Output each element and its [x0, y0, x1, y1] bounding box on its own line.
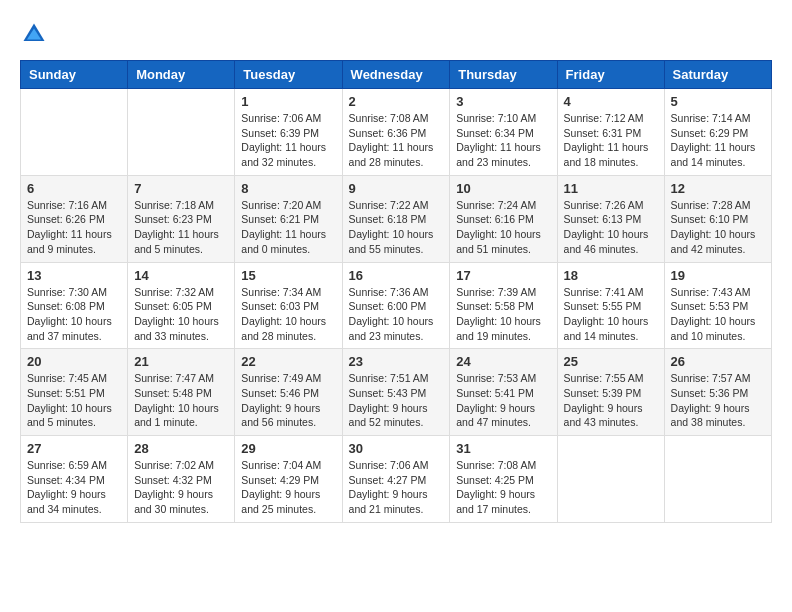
day-info: Sunrise: 7:43 AM Sunset: 5:53 PM Dayligh…	[671, 285, 765, 344]
logo-icon	[20, 20, 48, 48]
day-info: Sunrise: 7:55 AM Sunset: 5:39 PM Dayligh…	[564, 371, 658, 430]
day-info: Sunrise: 7:14 AM Sunset: 6:29 PM Dayligh…	[671, 111, 765, 170]
calendar-cell: 10Sunrise: 7:24 AM Sunset: 6:16 PM Dayli…	[450, 175, 557, 262]
day-number: 13	[27, 268, 121, 283]
calendar-cell: 13Sunrise: 7:30 AM Sunset: 6:08 PM Dayli…	[21, 262, 128, 349]
calendar-cell: 14Sunrise: 7:32 AM Sunset: 6:05 PM Dayli…	[128, 262, 235, 349]
day-info: Sunrise: 7:30 AM Sunset: 6:08 PM Dayligh…	[27, 285, 121, 344]
day-number: 28	[134, 441, 228, 456]
day-info: Sunrise: 7:02 AM Sunset: 4:32 PM Dayligh…	[134, 458, 228, 517]
day-info: Sunrise: 7:49 AM Sunset: 5:46 PM Dayligh…	[241, 371, 335, 430]
calendar-week-row: 20Sunrise: 7:45 AM Sunset: 5:51 PM Dayli…	[21, 349, 772, 436]
day-info: Sunrise: 7:45 AM Sunset: 5:51 PM Dayligh…	[27, 371, 121, 430]
day-info: Sunrise: 7:41 AM Sunset: 5:55 PM Dayligh…	[564, 285, 658, 344]
weekday-header-sunday: Sunday	[21, 61, 128, 89]
calendar-cell: 25Sunrise: 7:55 AM Sunset: 5:39 PM Dayli…	[557, 349, 664, 436]
day-number: 17	[456, 268, 550, 283]
day-number: 6	[27, 181, 121, 196]
weekday-header-tuesday: Tuesday	[235, 61, 342, 89]
day-info: Sunrise: 7:08 AM Sunset: 6:36 PM Dayligh…	[349, 111, 444, 170]
day-info: Sunrise: 7:22 AM Sunset: 6:18 PM Dayligh…	[349, 198, 444, 257]
day-info: Sunrise: 7:18 AM Sunset: 6:23 PM Dayligh…	[134, 198, 228, 257]
day-number: 9	[349, 181, 444, 196]
day-number: 16	[349, 268, 444, 283]
calendar-cell: 31Sunrise: 7:08 AM Sunset: 4:25 PM Dayli…	[450, 436, 557, 523]
calendar-cell: 1Sunrise: 7:06 AM Sunset: 6:39 PM Daylig…	[235, 89, 342, 176]
day-number: 26	[671, 354, 765, 369]
day-info: Sunrise: 7:06 AM Sunset: 6:39 PM Dayligh…	[241, 111, 335, 170]
day-info: Sunrise: 7:12 AM Sunset: 6:31 PM Dayligh…	[564, 111, 658, 170]
day-number: 11	[564, 181, 658, 196]
day-number: 2	[349, 94, 444, 109]
calendar-cell: 30Sunrise: 7:06 AM Sunset: 4:27 PM Dayli…	[342, 436, 450, 523]
day-info: Sunrise: 7:24 AM Sunset: 6:16 PM Dayligh…	[456, 198, 550, 257]
day-number: 23	[349, 354, 444, 369]
day-number: 8	[241, 181, 335, 196]
day-number: 15	[241, 268, 335, 283]
day-info: Sunrise: 7:04 AM Sunset: 4:29 PM Dayligh…	[241, 458, 335, 517]
day-number: 21	[134, 354, 228, 369]
day-info: Sunrise: 7:16 AM Sunset: 6:26 PM Dayligh…	[27, 198, 121, 257]
day-number: 7	[134, 181, 228, 196]
calendar-cell: 24Sunrise: 7:53 AM Sunset: 5:41 PM Dayli…	[450, 349, 557, 436]
calendar-cell: 19Sunrise: 7:43 AM Sunset: 5:53 PM Dayli…	[664, 262, 771, 349]
day-number: 20	[27, 354, 121, 369]
day-number: 18	[564, 268, 658, 283]
calendar-cell: 28Sunrise: 7:02 AM Sunset: 4:32 PM Dayli…	[128, 436, 235, 523]
calendar-cell: 16Sunrise: 7:36 AM Sunset: 6:00 PM Dayli…	[342, 262, 450, 349]
day-number: 14	[134, 268, 228, 283]
day-info: Sunrise: 7:34 AM Sunset: 6:03 PM Dayligh…	[241, 285, 335, 344]
calendar-week-row: 1Sunrise: 7:06 AM Sunset: 6:39 PM Daylig…	[21, 89, 772, 176]
calendar-cell: 2Sunrise: 7:08 AM Sunset: 6:36 PM Daylig…	[342, 89, 450, 176]
calendar-cell: 20Sunrise: 7:45 AM Sunset: 5:51 PM Dayli…	[21, 349, 128, 436]
day-info: Sunrise: 7:26 AM Sunset: 6:13 PM Dayligh…	[564, 198, 658, 257]
day-number: 4	[564, 94, 658, 109]
day-info: Sunrise: 7:36 AM Sunset: 6:00 PM Dayligh…	[349, 285, 444, 344]
calendar-week-row: 13Sunrise: 7:30 AM Sunset: 6:08 PM Dayli…	[21, 262, 772, 349]
calendar-cell: 22Sunrise: 7:49 AM Sunset: 5:46 PM Dayli…	[235, 349, 342, 436]
weekday-header-thursday: Thursday	[450, 61, 557, 89]
calendar-table: SundayMondayTuesdayWednesdayThursdayFrid…	[20, 60, 772, 523]
calendar-cell: 7Sunrise: 7:18 AM Sunset: 6:23 PM Daylig…	[128, 175, 235, 262]
day-number: 22	[241, 354, 335, 369]
calendar-cell: 18Sunrise: 7:41 AM Sunset: 5:55 PM Dayli…	[557, 262, 664, 349]
calendar-header-row: SundayMondayTuesdayWednesdayThursdayFrid…	[21, 61, 772, 89]
calendar-cell	[21, 89, 128, 176]
day-info: Sunrise: 7:51 AM Sunset: 5:43 PM Dayligh…	[349, 371, 444, 430]
calendar-cell: 4Sunrise: 7:12 AM Sunset: 6:31 PM Daylig…	[557, 89, 664, 176]
day-info: Sunrise: 7:39 AM Sunset: 5:58 PM Dayligh…	[456, 285, 550, 344]
calendar-cell: 8Sunrise: 7:20 AM Sunset: 6:21 PM Daylig…	[235, 175, 342, 262]
day-number: 12	[671, 181, 765, 196]
calendar-cell	[664, 436, 771, 523]
calendar-cell: 23Sunrise: 7:51 AM Sunset: 5:43 PM Dayli…	[342, 349, 450, 436]
day-number: 31	[456, 441, 550, 456]
day-number: 10	[456, 181, 550, 196]
day-info: Sunrise: 7:32 AM Sunset: 6:05 PM Dayligh…	[134, 285, 228, 344]
calendar-cell: 29Sunrise: 7:04 AM Sunset: 4:29 PM Dayli…	[235, 436, 342, 523]
day-info: Sunrise: 7:06 AM Sunset: 4:27 PM Dayligh…	[349, 458, 444, 517]
calendar-cell: 21Sunrise: 7:47 AM Sunset: 5:48 PM Dayli…	[128, 349, 235, 436]
calendar-cell: 26Sunrise: 7:57 AM Sunset: 5:36 PM Dayli…	[664, 349, 771, 436]
calendar-cell: 5Sunrise: 7:14 AM Sunset: 6:29 PM Daylig…	[664, 89, 771, 176]
weekday-header-friday: Friday	[557, 61, 664, 89]
day-number: 1	[241, 94, 335, 109]
weekday-header-monday: Monday	[128, 61, 235, 89]
calendar-cell	[557, 436, 664, 523]
day-number: 5	[671, 94, 765, 109]
calendar-week-row: 6Sunrise: 7:16 AM Sunset: 6:26 PM Daylig…	[21, 175, 772, 262]
page-header	[20, 20, 772, 48]
calendar-week-row: 27Sunrise: 6:59 AM Sunset: 4:34 PM Dayli…	[21, 436, 772, 523]
day-info: Sunrise: 7:28 AM Sunset: 6:10 PM Dayligh…	[671, 198, 765, 257]
calendar-cell: 9Sunrise: 7:22 AM Sunset: 6:18 PM Daylig…	[342, 175, 450, 262]
calendar-cell	[128, 89, 235, 176]
calendar-cell: 12Sunrise: 7:28 AM Sunset: 6:10 PM Dayli…	[664, 175, 771, 262]
day-number: 19	[671, 268, 765, 283]
day-number: 3	[456, 94, 550, 109]
day-info: Sunrise: 7:57 AM Sunset: 5:36 PM Dayligh…	[671, 371, 765, 430]
day-number: 24	[456, 354, 550, 369]
calendar-cell: 3Sunrise: 7:10 AM Sunset: 6:34 PM Daylig…	[450, 89, 557, 176]
day-info: Sunrise: 7:20 AM Sunset: 6:21 PM Dayligh…	[241, 198, 335, 257]
day-number: 30	[349, 441, 444, 456]
calendar-cell: 6Sunrise: 7:16 AM Sunset: 6:26 PM Daylig…	[21, 175, 128, 262]
day-info: Sunrise: 6:59 AM Sunset: 4:34 PM Dayligh…	[27, 458, 121, 517]
